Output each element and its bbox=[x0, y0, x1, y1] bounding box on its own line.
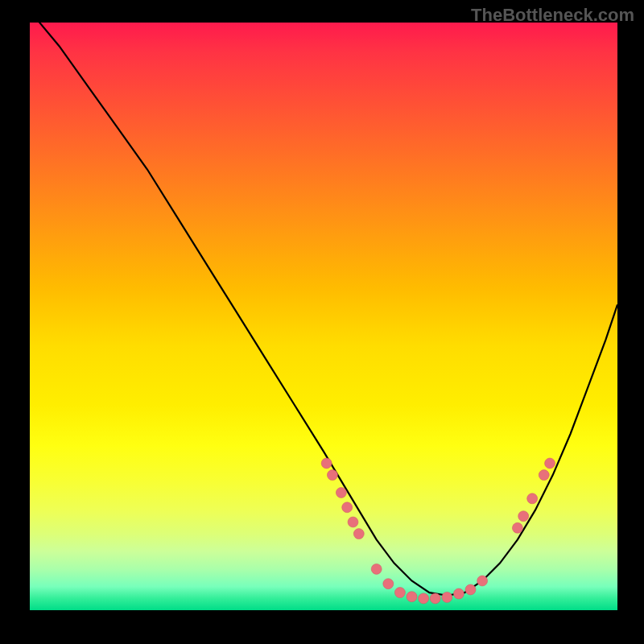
data-point bbox=[512, 522, 522, 533]
data-point bbox=[407, 592, 417, 602]
chart-svg bbox=[30, 23, 617, 610]
data-point bbox=[477, 576, 488, 586]
data-point bbox=[539, 470, 549, 481]
data-points-group bbox=[321, 458, 555, 604]
data-point bbox=[453, 588, 464, 599]
data-point bbox=[371, 564, 382, 574]
data-point bbox=[545, 458, 555, 469]
data-point bbox=[321, 458, 332, 469]
data-point bbox=[430, 593, 440, 604]
data-point bbox=[383, 579, 394, 589]
data-point bbox=[342, 502, 353, 513]
data-point bbox=[336, 488, 346, 498]
data-point bbox=[465, 584, 476, 595]
data-point bbox=[527, 493, 538, 504]
bottleneck-curve bbox=[30, 10, 617, 595]
data-point bbox=[353, 529, 364, 539]
data-point bbox=[348, 517, 358, 527]
data-point bbox=[394, 588, 405, 598]
plot-area bbox=[30, 23, 617, 610]
data-point bbox=[518, 511, 529, 522]
watermark-text: TheBottleneck.com bbox=[471, 5, 634, 26]
data-point bbox=[327, 470, 337, 481]
data-point bbox=[419, 593, 429, 604]
data-point bbox=[442, 592, 452, 602]
